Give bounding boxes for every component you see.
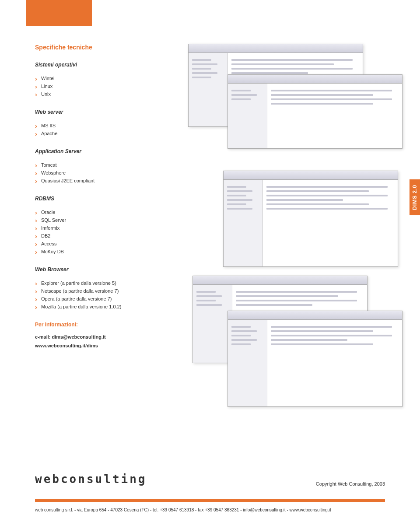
contact-email: e-mail: dims@webconsulting.it — [35, 334, 184, 340]
section-heading-info: Per informazioni: — [35, 322, 184, 328]
section-heading-browser: Web Browser — [35, 266, 184, 273]
webserver-list: MS IIS Apache — [35, 122, 184, 137]
list-item: Websphere — [35, 169, 184, 177]
list-item: Opera (a partire dalla versione 7) — [35, 295, 184, 303]
list-item: MS IIS — [35, 122, 184, 130]
list-item: Wintel — [35, 74, 184, 82]
page-title: Specifiche tecniche — [35, 44, 184, 51]
list-item: SQL Server — [35, 216, 184, 224]
section-heading-rdbms: RDBMS — [35, 196, 184, 202]
rdbms-list: Oracle SQL Server Imformix DB2 Access Mc… — [35, 208, 184, 256]
screenshot-image — [223, 171, 398, 267]
dims-side-tag: DIMS 2.0 — [410, 179, 420, 215]
section-heading-os: Sistemi operativi — [35, 62, 184, 68]
screenshot-image — [228, 311, 402, 407]
list-item: McKoy DB — [35, 248, 184, 256]
list-item: Apache — [35, 130, 184, 137]
list-item: Oracle — [35, 208, 184, 216]
appserver-list: Tomcat Websphere Quasiasi J2EE compliant — [35, 161, 184, 185]
list-item: Netscape (a partire dalla versione 7) — [35, 287, 184, 295]
header-orange-block — [26, 0, 92, 26]
list-item: Linux — [35, 82, 184, 90]
section-heading-webserver: Web server — [35, 109, 184, 115]
footer-text: web consulting s.r.l. - via Europa 654 -… — [35, 499, 385, 512]
list-item: Mozilla (a partire dalla versione 1.0.2) — [35, 303, 184, 311]
list-item: Imformix — [35, 224, 184, 232]
contact-url: www.webconsulting.it/dims — [35, 343, 184, 348]
list-item: Access — [35, 240, 184, 248]
list-item: Quasiasi J2EE compliant — [35, 177, 184, 185]
company-logo: webconsulting — [35, 472, 147, 486]
browser-list: Explorer (a partire dalla versione 5) Ne… — [35, 279, 184, 311]
list-item: Explorer (a partire dalla versione 5) — [35, 279, 184, 287]
list-item: DB2 — [35, 232, 184, 240]
section-heading-appserver: Application Server — [35, 148, 184, 154]
screenshot-image — [228, 74, 402, 149]
list-item: Tomcat — [35, 161, 184, 169]
os-list: Wintel Linux Unix — [35, 74, 184, 98]
main-content: Specifiche tecniche Sistemi operativi Wi… — [35, 44, 184, 348]
list-item: Unix — [35, 90, 184, 98]
copyright-text: Copyright Web Consulting, 2003 — [316, 481, 385, 486]
